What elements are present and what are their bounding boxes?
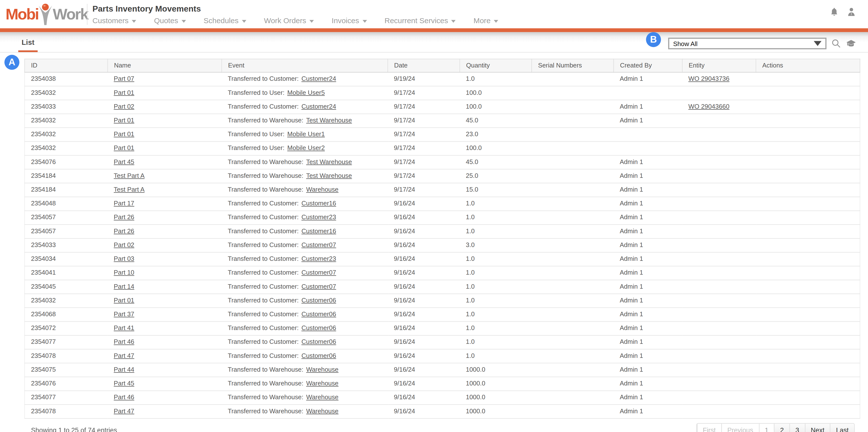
pagination: First Previous 1 2 3 Next Last xyxy=(696,423,855,432)
nav-quotes[interactable]: Quotes xyxy=(154,17,186,25)
part-link[interactable]: Part 01 xyxy=(114,297,134,304)
event-target-link[interactable]: Mobile User5 xyxy=(287,89,325,96)
cell-event: Transferred to Warehouse:Test Warehouse xyxy=(222,114,388,127)
event-target-link[interactable]: Customer07 xyxy=(302,269,336,276)
event-target-link[interactable]: Customer06 xyxy=(302,311,336,317)
nav-invoices[interactable]: Invoices xyxy=(332,17,367,25)
page: Mobi Work Parts Inventory Movements Cust… xyxy=(0,0,868,432)
event-text: Transferred to Customer: xyxy=(228,75,299,82)
page-1[interactable]: 1 xyxy=(759,424,774,432)
nav-work-orders[interactable]: Work Orders xyxy=(264,17,314,25)
nav-schedules[interactable]: Schedules xyxy=(204,17,246,25)
event-target-link[interactable]: Customer07 xyxy=(302,283,336,290)
cell-quantity: 1.0 xyxy=(460,252,532,266)
part-link[interactable]: Part 01 xyxy=(114,89,134,96)
part-link[interactable]: Part 45 xyxy=(114,380,134,387)
event-target-link[interactable]: Customer07 xyxy=(302,241,336,248)
part-link[interactable]: Part 46 xyxy=(114,338,134,345)
cell-quantity: 45.0 xyxy=(460,155,532,169)
nav-customers[interactable]: Customers xyxy=(93,17,136,25)
part-link[interactable]: Part 02 xyxy=(114,241,134,248)
cell-serial-numbers xyxy=(532,183,614,197)
part-link[interactable]: Part 45 xyxy=(114,159,134,165)
cell-serial-numbers xyxy=(532,197,614,210)
page-last[interactable]: Last xyxy=(830,424,854,432)
page-first[interactable]: First xyxy=(697,424,721,432)
part-link[interactable]: Test Part A xyxy=(114,186,145,193)
cell-id: 2354076 xyxy=(25,377,107,391)
event-target-link[interactable]: Mobile User2 xyxy=(287,145,325,151)
event-target-link[interactable]: Customer16 xyxy=(302,228,336,234)
event-target-link[interactable]: Test Warehouse xyxy=(306,117,352,123)
event-target-link[interactable]: Customer06 xyxy=(302,352,336,359)
event-target-link[interactable]: Test Warehouse xyxy=(306,159,352,165)
event-target-link[interactable]: Customer23 xyxy=(302,214,336,221)
table-row: 2354075 Part 44 Transferred to Warehouse… xyxy=(25,363,860,377)
cell-id: 2354032 xyxy=(25,142,107,155)
cell-entity xyxy=(682,321,756,335)
event-target-link[interactable]: Warehouse xyxy=(306,408,339,414)
part-link[interactable]: Part 26 xyxy=(114,214,134,221)
entity-link[interactable]: WO 29043660 xyxy=(688,103,730,110)
event-target-link[interactable]: Warehouse xyxy=(306,394,339,401)
part-link[interactable]: Part 47 xyxy=(114,352,134,359)
event-target-link[interactable]: Mobile User1 xyxy=(287,131,325,138)
tab-list[interactable]: List xyxy=(18,38,38,52)
event-target-link[interactable]: Customer06 xyxy=(302,297,336,304)
page-previous[interactable]: Previous xyxy=(721,424,759,432)
part-link[interactable]: Part 03 xyxy=(114,255,134,262)
part-link[interactable]: Part 26 xyxy=(114,228,134,234)
cell-entity xyxy=(682,280,756,294)
part-link[interactable]: Part 17 xyxy=(114,200,134,207)
page-title: Parts Inventory Movements xyxy=(93,4,201,13)
cell-date: 9/16/24 xyxy=(388,197,460,210)
event-text: Transferred to Warehouse: xyxy=(228,408,303,414)
event-target-link[interactable]: Customer16 xyxy=(302,200,336,207)
nav-more[interactable]: More xyxy=(474,17,498,25)
event-target-link[interactable]: Customer24 xyxy=(302,75,336,82)
part-link[interactable]: Part 01 xyxy=(114,117,134,123)
part-link[interactable]: Part 01 xyxy=(114,145,134,151)
part-link[interactable]: Part 37 xyxy=(114,311,134,317)
nav-recurrent-services[interactable]: Recurrent Services xyxy=(384,17,456,25)
part-link[interactable]: Test Part A xyxy=(114,172,145,179)
event-target-link[interactable]: Warehouse xyxy=(306,186,339,193)
page-3[interactable]: 3 xyxy=(789,424,805,432)
part-link[interactable]: Part 07 xyxy=(114,75,134,82)
event-target-link[interactable]: Customer06 xyxy=(302,338,336,345)
event-target-link[interactable]: Customer24 xyxy=(302,103,336,110)
table-row: 2354033 Part 02 Transferred to Customer:… xyxy=(25,238,860,252)
table-row: 2354032 Part 01 Transferred to User:Mobi… xyxy=(25,127,860,141)
cell-id: 2354032 xyxy=(25,86,107,100)
notifications-bell-icon[interactable] xyxy=(829,7,839,17)
part-link[interactable]: Part 41 xyxy=(114,325,134,331)
event-target-link[interactable]: Warehouse xyxy=(306,366,339,373)
page-next[interactable]: Next xyxy=(805,424,830,432)
mobiwork-logo[interactable]: Mobi Work xyxy=(5,2,88,27)
part-link[interactable]: Part 01 xyxy=(114,131,134,138)
cell-serial-numbers xyxy=(532,308,614,321)
event-target-link[interactable]: Customer23 xyxy=(302,255,336,262)
cell-quantity: 1.0 xyxy=(460,211,532,225)
part-link[interactable]: Part 02 xyxy=(114,103,134,110)
part-link[interactable]: Part 47 xyxy=(114,408,134,414)
entity-link[interactable]: WO 29043736 xyxy=(688,75,730,82)
event-target-link[interactable]: Warehouse xyxy=(306,380,339,387)
page-2[interactable]: 2 xyxy=(774,424,789,432)
event-target-link[interactable]: Test Warehouse xyxy=(306,172,352,179)
graduation-cap-icon[interactable] xyxy=(846,38,857,49)
event-target-link[interactable]: Customer06 xyxy=(302,325,336,331)
cell-entity xyxy=(682,377,756,391)
filter-dropdown[interactable]: Show All xyxy=(668,38,827,49)
cell-name: Part 47 xyxy=(107,349,222,363)
part-link[interactable]: Part 46 xyxy=(114,394,134,401)
part-link[interactable]: Part 14 xyxy=(114,283,134,290)
cell-name: Part 46 xyxy=(107,336,222,349)
cell-quantity: 1.0 xyxy=(460,294,532,308)
part-link[interactable]: Part 10 xyxy=(114,269,134,276)
cell-quantity: 1.0 xyxy=(460,225,532,238)
account-user-icon[interactable] xyxy=(846,7,856,17)
part-link[interactable]: Part 44 xyxy=(114,366,134,373)
cell-event: Transferred to Customer:Customer24 xyxy=(222,100,388,114)
search-icon[interactable] xyxy=(832,39,841,48)
